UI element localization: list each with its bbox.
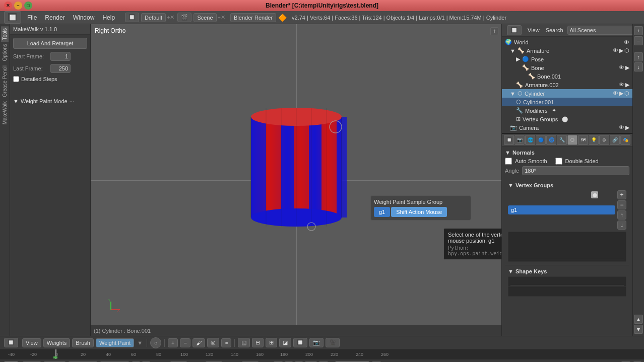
viewport[interactable]: Right Ortho +: [91, 24, 501, 336]
vtab-grease-pencil[interactable]: Grease Pencil: [1, 63, 9, 99]
vp-view-menu[interactable]: View: [22, 338, 41, 347]
vg-up-button[interactable]: ↑: [617, 210, 626, 220]
minimize-button[interactable]: −: [14, 2, 22, 10]
brush-circle-btn[interactable]: ○: [150, 337, 161, 348]
prop-tab-render[interactable]: 🔲: [504, 135, 514, 145]
rsb-up-button[interactable]: ↑: [634, 52, 643, 61]
armature-render-icon[interactable]: ▶: [619, 47, 623, 54]
outliner-item-armature002[interactable]: 🦴 Armature.002 👁 ▶: [502, 81, 632, 89]
outliner-type-icon[interactable]: 🔲: [507, 25, 522, 35]
rsb-remove-button[interactable]: −: [634, 36, 643, 45]
prop-tab-particles[interactable]: ⊕: [599, 135, 609, 145]
auto-smooth-checkbox[interactable]: [505, 158, 512, 165]
prop-tab-world[interactable]: 🌐: [525, 135, 535, 145]
outliner-item-modifiers[interactable]: 🔧 Modifiers ✦: [502, 106, 632, 115]
vertex-groups-header[interactable]: ▼ Vertex Groups: [508, 182, 626, 188]
vp-mode-selector[interactable]: Weight Paint: [96, 338, 134, 347]
outliner-item-world[interactable]: 🌍 World 👁: [502, 38, 632, 46]
vp-blur-btn[interactable]: ◎: [207, 338, 219, 347]
vp-icon1-btn[interactable]: ◱: [238, 338, 250, 347]
vp-add-btn[interactable]: +: [168, 338, 178, 347]
cylinder-render-icon[interactable]: ▶: [619, 90, 623, 97]
rsb-scroll-up-button[interactable]: ▲: [634, 315, 643, 324]
load-retarget-button[interactable]: Load And Retarget: [13, 38, 87, 49]
maximize-button[interactable]: □: [24, 2, 32, 10]
outliner-item-armature[interactable]: ▼ 🦴 Armature 👁 ▶ ⬡: [502, 46, 632, 55]
vtab-tools[interactable]: Tools: [1, 26, 9, 42]
vp-icon4-btn[interactable]: ◪: [279, 338, 291, 347]
cylinder-eye-icon[interactable]: 👁: [613, 90, 618, 97]
camera-eye-icon[interactable]: 👁: [619, 124, 624, 131]
vp-paint-btn[interactable]: 🖌: [192, 338, 205, 347]
vertex-group-g1[interactable]: g1: [508, 205, 615, 214]
vp-brush-menu[interactable]: Brush: [72, 338, 94, 347]
outliner-view-menu[interactable]: View: [528, 27, 540, 33]
render-engine-selector[interactable]: Blender Render: [230, 13, 276, 22]
detailed-steps-checkbox[interactable]: [13, 76, 19, 82]
prop-tab-bone[interactable]: 🎭: [620, 135, 630, 145]
menu-window[interactable]: Window: [69, 13, 99, 23]
vp-sub-btn[interactable]: −: [180, 338, 190, 347]
start-frame-input[interactable]: 1: [50, 52, 71, 61]
cylinder-link-icon[interactable]: ⬡: [624, 90, 629, 97]
add-viewport-button[interactable]: +: [490, 27, 498, 35]
outliner-search-input[interactable]: [567, 26, 642, 35]
menu-render[interactable]: Render: [41, 13, 69, 23]
vtab-makewalk[interactable]: MakeWalk: [1, 99, 9, 126]
rsb-add-button[interactable]: +: [634, 26, 643, 35]
vp-type-icon[interactable]: 🔲: [4, 338, 18, 347]
prop-tab-constraints[interactable]: 🌀: [546, 135, 556, 145]
prop-tab-object[interactable]: 🔵: [536, 135, 546, 145]
outliner-item-camera[interactable]: 📷 Camera 👁 ▶: [502, 123, 632, 132]
editor-type-icon[interactable]: 🔲: [4, 11, 21, 24]
vtab-options[interactable]: Options: [1, 42, 9, 63]
vp-icon7-btn[interactable]: 🎥: [326, 338, 340, 347]
rsb-down-button[interactable]: ↓: [634, 62, 643, 71]
outliner-item-cylinder[interactable]: ▼ ⬡ Cylinder 👁 ▶ ⬡: [502, 89, 632, 98]
outliner-item-bone001[interactable]: 🦴 Bone.001: [502, 72, 632, 81]
last-frame-input[interactable]: 250: [50, 64, 71, 73]
popup-g1-button[interactable]: g1: [374, 207, 390, 217]
vp-icon6-btn[interactable]: 📷: [309, 338, 324, 347]
rsb-scroll-down-button[interactable]: ▼: [634, 325, 643, 334]
outliner-item-vertex-groups[interactable]: ⊞ Vertex Groups ⬤: [502, 115, 632, 123]
weight-paint-mode-section[interactable]: ▼ Weight Paint Mode ···: [13, 98, 87, 104]
scene-selector[interactable]: Scene: [194, 13, 216, 22]
arm002-eye-icon[interactable]: 👁: [619, 82, 624, 88]
prop-tab-physics[interactable]: 🔗: [610, 135, 620, 145]
outliner-item-pose[interactable]: ▶ 🔵 Pose: [502, 55, 632, 63]
prop-tab-scene[interactable]: 📷: [514, 135, 525, 145]
prop-tab-modifiers[interactable]: 🔧: [557, 135, 567, 145]
prop-tab-materials[interactable]: 🗺: [578, 135, 588, 145]
vp-icon3-btn[interactable]: ⊞: [266, 338, 277, 347]
arm002-render-icon[interactable]: ▶: [625, 82, 629, 88]
viewport-icon[interactable]: 🔲: [125, 13, 139, 22]
normals-header[interactable]: ▼ Normals: [505, 150, 629, 156]
vg-down-button[interactable]: ↓: [617, 221, 626, 230]
menu-help[interactable]: Help: [98, 13, 119, 23]
bone-render-icon[interactable]: ▶: [625, 64, 629, 71]
prop-tab-data[interactable]: ⬡: [567, 135, 577, 145]
vp-icon2-btn[interactable]: ⊟: [252, 338, 264, 347]
double-sided-checkbox[interactable]: [555, 158, 562, 165]
vg-remove-button[interactable]: −: [617, 200, 626, 209]
menu-file[interactable]: File: [23, 13, 41, 23]
vp-icon5-btn[interactable]: 🔲: [293, 338, 307, 347]
prop-tab-textures[interactable]: 💡: [589, 135, 599, 145]
outliner-item-cylinder001[interactable]: ⬡ Cylinder.001: [502, 98, 632, 106]
outliner-item-bone[interactable]: 🦴 Bone 👁 ▶: [502, 63, 632, 72]
outliner-search-menu[interactable]: Search: [546, 27, 563, 33]
scene-icon[interactable]: 🎬: [177, 13, 191, 22]
bone-eye-icon[interactable]: 👁: [619, 64, 624, 71]
world-visibility-icon[interactable]: 👁: [624, 39, 629, 45]
armature-eye-icon[interactable]: 👁: [613, 47, 618, 54]
vp-weights-menu[interactable]: Weights: [43, 338, 71, 347]
vp-smear-btn[interactable]: ≈: [221, 338, 231, 347]
camera-render-icon[interactable]: ▶: [625, 124, 629, 131]
editor-type-selector[interactable]: Default: [141, 13, 166, 22]
shape-keys-header[interactable]: ▼ Shape Keys: [508, 268, 626, 274]
armature-link-icon[interactable]: ⬡: [624, 47, 629, 54]
angle-value[interactable]: 180°: [522, 166, 629, 175]
popup-action-button[interactable]: Shift Action Mouse: [391, 207, 447, 217]
close-button[interactable]: ✕: [4, 2, 12, 10]
